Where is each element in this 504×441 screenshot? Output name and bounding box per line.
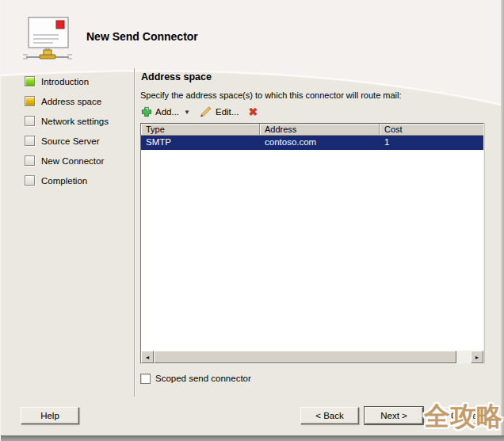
scroll-left-button[interactable]: ◄	[141, 351, 154, 363]
step-label: New Connector	[41, 156, 104, 166]
step-label: Network settings	[41, 117, 109, 126]
help-button[interactable]: Help	[21, 407, 79, 424]
new-send-connector-wizard: New Send Connector Introduction Address …	[0, 0, 504, 441]
cell-address: contoso.com	[260, 136, 380, 150]
step-network-settings: Network settings	[25, 116, 109, 126]
step-status-pending-icon	[25, 155, 35, 166]
horizontal-scrollbar[interactable]: ◄ ►	[141, 351, 483, 363]
send-connector-icon	[21, 11, 74, 65]
window-right-border	[501, 0, 504, 441]
plus-icon	[141, 106, 152, 117]
step-status-pending-icon	[25, 116, 35, 126]
delete-x-icon: ✖	[248, 105, 258, 118]
table-row-selected[interactable]: SMTP contoso.com 1	[141, 136, 483, 150]
step-label: Source Server	[41, 136, 100, 146]
step-completion: Completion	[25, 175, 109, 186]
table-header: Type Address Cost	[141, 124, 483, 136]
step-label: Completion	[41, 176, 87, 186]
column-header-cost[interactable]: Cost	[380, 124, 483, 135]
step-status-pending-icon	[25, 136, 35, 146]
pencil-icon	[200, 106, 212, 117]
scoped-send-connector-label[interactable]: Scoped send connector	[155, 374, 251, 383]
edit-button[interactable]: Edit...	[197, 105, 241, 118]
scroll-right-arrow-icon: ►	[475, 355, 480, 360]
step-address-space: Address space	[25, 96, 109, 106]
wizard-steps: Introduction Address space Network setti…	[25, 76, 109, 195]
cell-cost: 1	[380, 136, 483, 150]
scoped-send-connector-checkbox[interactable]	[140, 374, 151, 384]
step-status-current-icon	[25, 96, 35, 106]
step-label: Introduction	[41, 77, 89, 86]
section-description: Specify the address space(s) to which th…	[140, 90, 402, 100]
step-label: Address space	[41, 97, 101, 106]
watermark-text: 全攻略	[424, 399, 502, 435]
step-status-done-icon	[25, 76, 35, 86]
add-menu-button[interactable]: ▼	[181, 107, 193, 117]
column-header-address[interactable]: Address	[260, 124, 380, 135]
step-source-server: Source Server	[25, 136, 109, 146]
step-status-pending-icon	[25, 175, 35, 186]
window-bottom-border	[1, 435, 504, 441]
step-introduction: Introduction	[25, 76, 109, 86]
edit-button-label: Edit...	[216, 107, 239, 117]
delete-button[interactable]: ✖	[246, 105, 260, 118]
next-button[interactable]: Next >	[365, 407, 423, 424]
back-button[interactable]: < Back	[300, 407, 359, 424]
step-new-connector: New Connector	[25, 155, 109, 166]
column-header-type[interactable]: Type	[141, 124, 260, 135]
address-space-toolbar: Add... ▼ Edit... ✖	[139, 104, 260, 120]
cell-type: SMTP	[141, 136, 260, 150]
address-space-table: Type Address Cost SMTP contoso.com 1 ◄ ►	[140, 123, 484, 364]
add-button[interactable]: Add...	[139, 105, 181, 118]
scroll-right-button[interactable]: ►	[471, 351, 483, 363]
section-heading: Address space	[141, 71, 212, 82]
chevron-down-icon: ▼	[184, 109, 190, 116]
page-title: New Send Connector	[86, 30, 198, 43]
scrollbar-thumb[interactable]	[154, 351, 456, 363]
scroll-left-arrow-icon: ◄	[145, 355, 151, 360]
add-button-label: Add...	[155, 107, 179, 117]
pane-divider	[134, 68, 135, 397]
